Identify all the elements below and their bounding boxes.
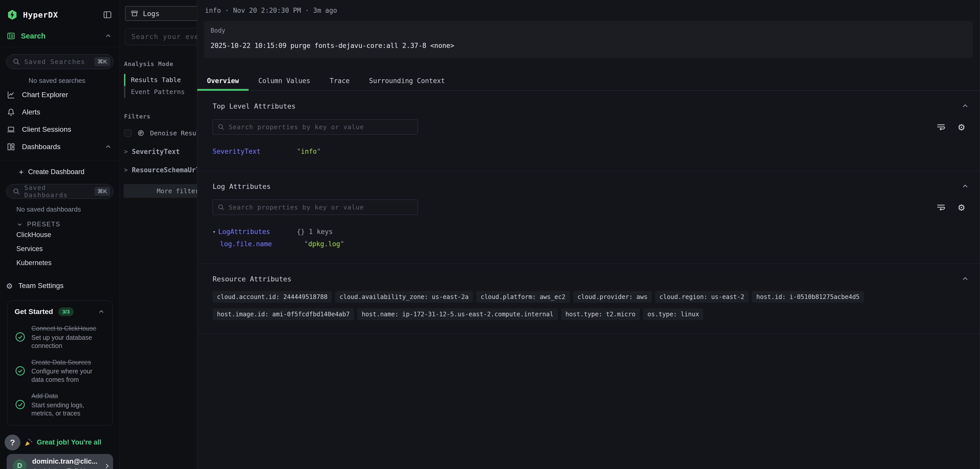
chevron-right-icon: [103, 462, 111, 469]
resource-attribute-chip[interactable]: host.image.id: ami-0f5fcdfbd140e4ab7: [213, 308, 354, 320]
attribute-value[interactable]: "info": [297, 147, 321, 155]
no-saved-searches-text: No saved searches: [0, 69, 120, 86]
source-select-value: Logs: [143, 10, 159, 17]
sidebar-item-alerts-label: Alerts: [22, 108, 40, 116]
attribute-key[interactable]: SeverityText: [213, 147, 297, 155]
sidebar: HyperDX Search Saved Searches ⌘K No save…: [0, 0, 120, 469]
resource-attribute-chips: cloud.account.id: 244449518788 cloud.ava…: [213, 291, 969, 320]
tab-surrounding-context[interactable]: Surrounding Context: [360, 71, 455, 90]
settings-gear-icon[interactable]: ⚙: [958, 122, 965, 132]
collapse-section-icon[interactable]: [961, 275, 969, 283]
resource-attribute-chip[interactable]: cloud.availability_zone: us-east-2a: [335, 291, 473, 303]
event-detail-panel: info · Nov 20 2:20:30 PM · 3m ago Body 2…: [197, 0, 980, 469]
more-filters-button[interactable]: More filters: [124, 184, 197, 198]
kbd-shortcut: ⌘K: [94, 57, 110, 66]
saved-dashboards-placeholder: Saved Dashboards: [24, 184, 90, 199]
presets-label: PRESETS: [27, 220, 60, 228]
body-card: Body 2025-10-22 10:15:09 purge fonts-dej…: [204, 21, 973, 58]
mode-event-patterns[interactable]: Event Patterns: [124, 86, 197, 98]
chevron-up-icon[interactable]: [97, 308, 105, 315]
wrap-lines-icon[interactable]: [936, 122, 946, 132]
sidebar-item-dashboards[interactable]: Dashboards: [0, 138, 120, 155]
mode-results-table[interactable]: Results Table: [124, 74, 197, 86]
dashboards-grid-icon: [6, 143, 15, 151]
preset-clickhouse[interactable]: ClickHouse: [0, 228, 120, 242]
properties-search-placeholder: Search properties by key or value: [229, 204, 364, 211]
attribute-row: log.file.name "dpkg.log": [220, 238, 969, 250]
section-resource-attributes: Resource Attributes cloud.account.id: 24…: [197, 263, 980, 334]
collapse-section-icon[interactable]: [961, 182, 969, 190]
check-circle-icon: [14, 399, 26, 410]
get-started-card: Get Started 3/3 Connect to ClickHouse Se…: [7, 301, 113, 425]
properties-search-input[interactable]: Search properties by key or value: [213, 200, 418, 215]
sidebar-collapse-icon[interactable]: [103, 10, 112, 19]
create-dashboard-label: Create Dashboard: [28, 168, 84, 176]
filter-group-severitytext[interactable]: > SeverityText: [124, 148, 197, 155]
separator-dot: ·: [305, 6, 309, 14]
body-log-text[interactable]: 2025-10-22 10:15:09 purge fonts-dejavu-c…: [210, 42, 966, 49]
empty-area: [197, 334, 980, 469]
brand-title: HyperDX: [23, 10, 58, 19]
chart-icon: [6, 90, 15, 99]
source-select[interactable]: Logs: [125, 6, 197, 21]
section-title: Resource Attributes: [213, 275, 291, 283]
attribute-value[interactable]: "dpkg.log": [304, 240, 344, 248]
resource-attribute-chip[interactable]: host.type: t2.micro: [561, 308, 640, 320]
sidebar-item-alerts[interactable]: Alerts: [0, 103, 120, 121]
get-started-step-connect[interactable]: Connect to ClickHouse Set up your databa…: [14, 324, 105, 350]
search-icon: [218, 124, 224, 130]
section-log-attributes: Log Attributes Search properties by key …: [197, 171, 980, 263]
get-started-title: Get Started: [14, 307, 53, 316]
congrats-text: Great job! You're all: [37, 438, 113, 447]
preset-kubernetes[interactable]: Kubernetes: [0, 256, 120, 270]
chevron-up-icon[interactable]: [104, 143, 112, 151]
saved-dashboards-input[interactable]: Saved Dashboards ⌘K: [6, 184, 114, 199]
attribute-key[interactable]: LogAttributes: [218, 228, 297, 236]
tab-column-values[interactable]: Column Values: [248, 71, 320, 90]
tab-overview[interactable]: Overview: [197, 71, 248, 90]
sidebar-footer: ? Great job! You're all D dominic.tran@c…: [0, 434, 120, 469]
saved-searches-input[interactable]: Saved Searches ⌘K: [6, 54, 114, 69]
kbd-shortcut: ⌘K: [94, 187, 110, 196]
filter-group-resourceschemaurl[interactable]: > ResourceSchemaUrl: [124, 166, 197, 174]
tree-caret-icon[interactable]: ▾: [213, 229, 218, 235]
search-icon: [13, 188, 20, 195]
resource-attribute-chip[interactable]: cloud.region: us-east-2: [655, 291, 749, 303]
user-account-button[interactable]: D dominic.tran@clic... dominic.tran@clic…: [6, 454, 113, 469]
search-icon: [13, 58, 20, 65]
tab-trace[interactable]: Trace: [320, 71, 360, 90]
archive-box-icon: [130, 10, 138, 17]
resource-attribute-chip[interactable]: host.id: i-0510b81275acbe4d5: [752, 291, 864, 303]
event-search-input[interactable]: Search your events: [125, 28, 197, 45]
preset-services[interactable]: Services: [0, 242, 120, 256]
properties-search-placeholder: Search properties by key or value: [229, 124, 364, 131]
sidebar-item-chart-explorer[interactable]: Chart Explorer: [0, 86, 120, 103]
help-button[interactable]: ?: [5, 434, 21, 450]
section-top-level-attributes: Top Level Attributes Search properties b…: [197, 91, 980, 171]
presets-toggle[interactable]: PRESETS: [0, 213, 120, 228]
create-dashboard-button[interactable]: + Create Dashboard: [0, 161, 120, 177]
hyperdx-logo-icon[interactable]: [6, 9, 18, 21]
get-started-step-add-data[interactable]: Add Data Start sending logs, metrics, or…: [14, 392, 105, 418]
sidebar-item-team-settings[interactable]: ⚙ Team Settings: [0, 270, 120, 290]
chevron-up-icon[interactable]: [104, 32, 112, 40]
properties-search-input[interactable]: Search properties by key or value: [213, 119, 418, 135]
event-header: info · Nov 20 2:20:30 PM · 3m ago: [197, 0, 980, 14]
resource-attribute-chip[interactable]: cloud.platform: aws_ec2: [476, 291, 570, 303]
resource-attribute-chip[interactable]: cloud.provider: aws: [573, 291, 652, 303]
sidebar-item-client-sessions[interactable]: Client Sessions: [0, 121, 120, 138]
wrap-lines-icon[interactable]: [936, 202, 946, 212]
sidebar-item-search[interactable]: Search: [0, 27, 120, 47]
resource-attribute-chip[interactable]: host.name: ip-172-31-12-5.us-east-2.comp…: [357, 308, 558, 320]
get-started-header[interactable]: Get Started 3/3: [14, 307, 105, 316]
collapse-section-icon[interactable]: [961, 102, 969, 110]
settings-gear-icon[interactable]: ⚙: [958, 202, 965, 212]
resource-attribute-chip[interactable]: os.type: linux: [643, 308, 703, 320]
body-label: Body: [210, 27, 966, 34]
resource-attribute-chip[interactable]: cloud.account.id: 244449518788: [213, 291, 332, 303]
denoise-checkbox[interactable]: [124, 129, 132, 137]
keys-count: {} 1 keys: [297, 228, 333, 236]
step-description: Start sending logs, metrics, or traces: [32, 401, 101, 418]
attribute-key[interactable]: log.file.name: [220, 240, 304, 248]
get-started-step-data-sources[interactable]: Create Data Sources Configure where your…: [14, 358, 105, 384]
